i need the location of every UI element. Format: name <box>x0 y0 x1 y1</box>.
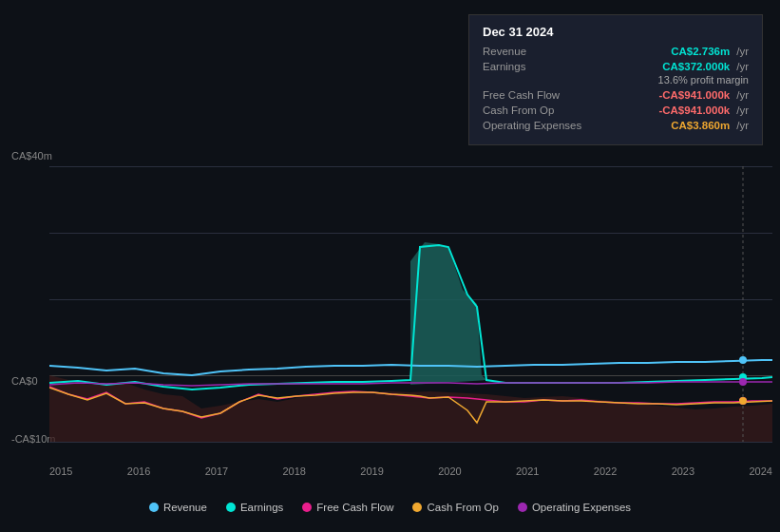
legend-label-revenue: Revenue <box>163 502 207 513</box>
tooltip-box: Dec 31 2024 Revenue CA$2.736m /yr Earnin… <box>468 14 763 145</box>
cash-from-op-value: -CA$941.000k <box>658 104 730 116</box>
x-label-2023: 2023 <box>672 466 694 477</box>
earnings-value: CA$372.000k <box>662 61 730 72</box>
legend-item-revenue[interactable]: Revenue <box>149 502 207 513</box>
legend-label-earnings: Earnings <box>240 502 283 513</box>
x-label-2019: 2019 <box>360 466 383 477</box>
fcf-value: -CA$941.000k <box>658 89 730 101</box>
x-label-2015: 2015 <box>49 466 72 477</box>
revenue-label: Revenue <box>483 46 526 57</box>
tooltip-title: Dec 31 2024 <box>483 25 749 39</box>
tooltip-row-revenue: Revenue CA$2.736m /yr <box>483 46 749 57</box>
earnings-label: Earnings <box>483 61 525 72</box>
tooltip-row-earnings: Earnings CA$372.000k /yr <box>483 61 749 72</box>
cash-from-op-label: Cash From Op <box>483 104 554 116</box>
fcf-suffix: /yr <box>736 89 749 101</box>
chart-container: Dec 31 2024 Revenue CA$2.736m /yr Earnin… <box>0 0 780 532</box>
legend-dot-opex <box>518 503 527 512</box>
opex-label: Operating Expenses <box>483 120 581 131</box>
grid-line-bottom <box>49 442 772 443</box>
tooltip-row-profit-margin: 13.6% profit margin <box>483 74 749 86</box>
x-label-2017: 2017 <box>205 466 228 477</box>
legend-item-fcf[interactable]: Free Cash Flow <box>302 502 393 513</box>
chart-legend: Revenue Earnings Free Cash Flow Cash Fro… <box>0 502 780 513</box>
opex-value: CA$3.860m <box>671 120 730 131</box>
x-label-2016: 2016 <box>127 466 150 477</box>
revenue-suffix: /yr <box>736 46 749 57</box>
earnings-suffix: /yr <box>736 61 749 72</box>
opex-suffix: /yr <box>736 120 749 131</box>
revenue-value: CA$2.736m <box>671 46 730 57</box>
x-label-2024: 2024 <box>749 466 771 477</box>
legend-label-opex: Operating Expenses <box>532 502 631 513</box>
tooltip-row-fcf: Free Cash Flow -CA$941.000k /yr <box>483 89 749 101</box>
legend-label-cash-from-op: Cash From Op <box>427 502 498 513</box>
legend-dot-fcf <box>302 503 312 512</box>
tooltip-row-opex: Operating Expenses CA$3.860m /yr <box>483 120 749 131</box>
x-label-2021: 2021 <box>516 466 539 477</box>
legend-dot-revenue <box>149 503 159 512</box>
x-axis: 2015 2016 2017 2018 2019 2020 2021 2022 … <box>49 466 772 477</box>
chart-svg <box>49 166 772 442</box>
y-axis-top: CA$40m <box>11 150 52 162</box>
tooltip-row-cash-from-op: Cash From Op -CA$941.000k /yr <box>483 104 749 116</box>
legend-item-cash-from-op[interactable]: Cash From Op <box>412 502 498 513</box>
legend-item-earnings[interactable]: Earnings <box>226 502 283 513</box>
cash-from-op-suffix: /yr <box>736 104 749 116</box>
legend-dot-cash-from-op <box>412 503 422 512</box>
revenue-cursor-dot <box>739 356 747 364</box>
x-label-2018: 2018 <box>282 466 305 477</box>
fcf-label: Free Cash Flow <box>483 89 560 101</box>
profit-margin-value: 13.6% profit margin <box>658 74 749 86</box>
x-label-2022: 2022 <box>594 466 617 477</box>
legend-dot-earnings <box>226 503 236 512</box>
x-label-2020: 2020 <box>438 466 461 477</box>
legend-label-fcf: Free Cash Flow <box>316 502 393 513</box>
cash-cursor-dot <box>739 397 747 405</box>
opex-cursor-dot <box>739 378 747 386</box>
y-axis-zero: CA$0 <box>11 375 38 387</box>
legend-item-opex[interactable]: Operating Expenses <box>518 502 631 513</box>
earnings-area <box>410 242 486 385</box>
